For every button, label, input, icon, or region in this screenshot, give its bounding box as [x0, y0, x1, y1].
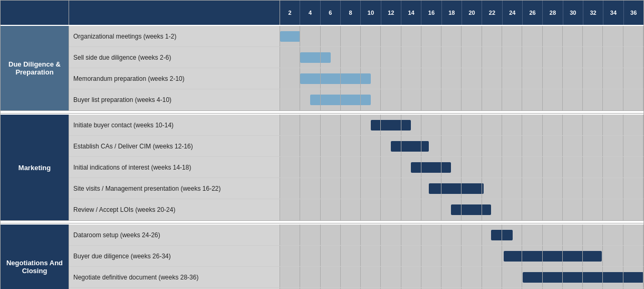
- week-header-26: 26: [523, 1, 543, 25]
- table-row: Buyer due diligence (weeks 26-34): [69, 246, 643, 267]
- table-row: Review / Accept LOIs (weeks 20-24): [69, 199, 643, 220]
- week-header-32: 32: [583, 1, 603, 25]
- week-header-30: 30: [563, 1, 583, 25]
- action-header: [69, 1, 280, 25]
- row-label: Dataroom setup (weeks 24-26): [69, 225, 280, 245]
- row-chart: [280, 199, 643, 220]
- row-chart: [280, 225, 643, 245]
- week-header-12: 12: [381, 1, 401, 25]
- gantt-bar: [280, 31, 300, 42]
- section-rows-due-diligence: Organizational meetings (weeks 1-2)Sell …: [69, 26, 643, 110]
- gantt-chart: 24681012141618202224262830323436 Due Dil…: [0, 0, 644, 289]
- table-row: Negotiate definitive document (weeks 28-…: [69, 267, 643, 288]
- section-label-due-diligence: Due Diligence & Preparation: [1, 26, 69, 110]
- table-row: Initial indications of interest (weeks 1…: [69, 157, 643, 178]
- gantt-bar: [391, 141, 429, 152]
- week-header-36: 36: [624, 1, 643, 25]
- gantt-bar: [491, 230, 513, 240]
- sections-container: Due Diligence & PreparationOrganizationa…: [1, 25, 643, 289]
- gantt-bar: [429, 183, 483, 194]
- row-label: Initiate buyer contact (weeks 10-14): [69, 115, 280, 135]
- header-row: 24681012141618202224262830323436: [1, 1, 643, 25]
- gantt-bar: [300, 73, 371, 84]
- section-rows-negotiations: Dataroom setup (weeks 24-26)Buyer due di…: [69, 225, 643, 289]
- week-header-22: 22: [482, 1, 502, 25]
- gantt-bar: [523, 272, 643, 283]
- week-header-28: 28: [543, 1, 563, 25]
- section-label-negotiations: Negotiations And Closing: [1, 225, 69, 289]
- week-header-14: 14: [401, 1, 421, 25]
- section-label-marketing: Marketing: [1, 115, 69, 220]
- row-chart: [280, 47, 643, 68]
- row-chart: [280, 115, 643, 135]
- row-label: Organizational meetings (weeks 1-2): [69, 26, 280, 46]
- row-chart: [280, 136, 643, 156]
- gantt-bar: [504, 251, 602, 262]
- week-header-6: 6: [321, 1, 341, 25]
- week-header-10: 10: [361, 1, 381, 25]
- gantt-bar: [411, 162, 451, 173]
- week-header-34: 34: [603, 1, 623, 25]
- table-row: Dataroom setup (weeks 24-26): [69, 225, 643, 246]
- week-header-18: 18: [442, 1, 462, 25]
- section-due-diligence: Due Diligence & PreparationOrganizationa…: [1, 25, 643, 110]
- week-header-8: 8: [341, 1, 361, 25]
- row-label: Initial indications of interest (weeks 1…: [69, 157, 280, 178]
- row-label: Memorandum preparation (weeks 2-10): [69, 68, 280, 89]
- row-label: Negotiate definitive document (weeks 28-…: [69, 267, 280, 287]
- gantt-bar: [451, 204, 491, 215]
- week-header-4: 4: [300, 1, 320, 25]
- table-row: Site visits / Management presentation (w…: [69, 178, 643, 199]
- row-chart: [280, 246, 643, 266]
- table-row: Buyer list preparation (weeks 4-10): [69, 89, 643, 110]
- row-label: Site visits / Management presentation (w…: [69, 178, 280, 199]
- gantt-bar: [310, 95, 371, 105]
- row-label: Sell side due diligence (weeks 2-6): [69, 47, 280, 68]
- section-marketing: MarketingInitiate buyer contact (weeks 1…: [1, 114, 643, 220]
- row-chart: [280, 26, 643, 46]
- week-header-20: 20: [462, 1, 482, 25]
- row-label: Buyer due diligence (weeks 26-34): [69, 246, 280, 266]
- gantt-bar: [371, 120, 411, 130]
- gantt-bar: [300, 52, 331, 63]
- row-chart: [280, 267, 643, 287]
- row-chart: [280, 68, 643, 89]
- row-chart: [280, 89, 643, 110]
- row-chart: [280, 178, 643, 199]
- table-row: Sell side due diligence (weeks 2-6): [69, 47, 643, 68]
- row-chart: [280, 157, 643, 178]
- table-row: Initiate buyer contact (weeks 10-14): [69, 115, 643, 136]
- week-header-24: 24: [503, 1, 523, 25]
- row-label: Buyer list preparation (weeks 4-10): [69, 89, 280, 110]
- week-header-16: 16: [421, 1, 441, 25]
- table-row: Organizational meetings (weeks 1-2): [69, 26, 643, 47]
- row-label: Review / Accept LOIs (weeks 20-24): [69, 199, 280, 220]
- week-header-2: 2: [280, 1, 300, 25]
- table-row: Memorandum preparation (weeks 2-10): [69, 68, 643, 89]
- section-negotiations: Negotiations And ClosingDataroom setup (…: [1, 223, 643, 289]
- table-row: Establish CAs / Deliver CIM (weeks 12-16…: [69, 136, 643, 157]
- row-label: Establish CAs / Deliver CIM (weeks 12-16…: [69, 136, 280, 156]
- section-rows-marketing: Initiate buyer contact (weeks 10-14)Esta…: [69, 115, 643, 220]
- timeline-header: 24681012141618202224262830323436: [280, 1, 643, 25]
- activity-header: [1, 1, 69, 25]
